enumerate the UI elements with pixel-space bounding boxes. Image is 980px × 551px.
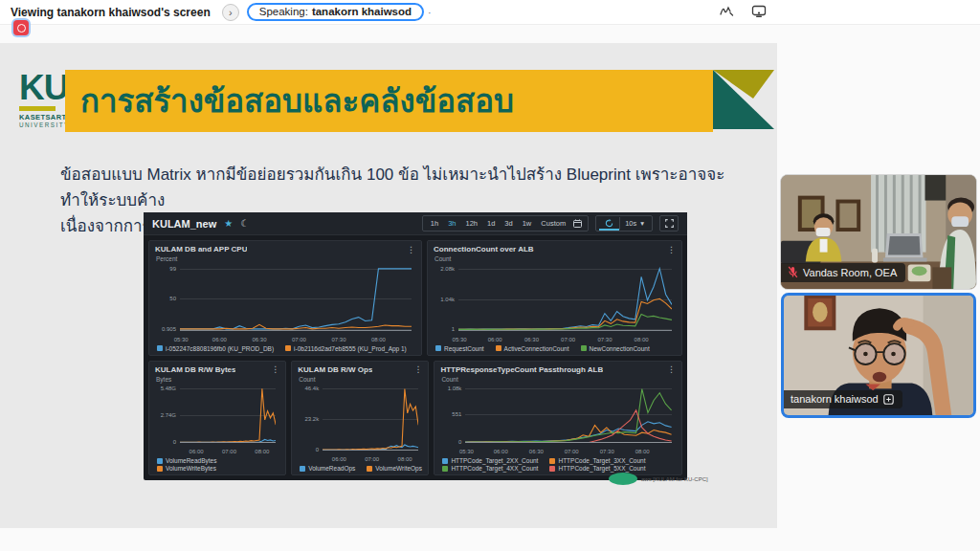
charts-grid: KULAM DB and APP CPU⋮Percent99500.90505:… <box>144 235 687 480</box>
y-tick-label: 5.48G <box>161 386 176 391</box>
x-tick-label: 06:00 <box>212 337 227 342</box>
x-tick-label: 07:00 <box>365 456 379 462</box>
mic-muted-icon <box>788 266 798 278</box>
legend-item[interactable]: i-052247c8808196fb0 (KU_PROD_DB) <box>157 345 274 352</box>
video-tile-tanakorn[interactable]: tanakorn khaiwsod <box>781 293 976 418</box>
ku-logo-letters: KU <box>19 72 70 103</box>
legend-swatch <box>549 458 555 464</box>
panel-menu-icon[interactable]: ⋮ <box>413 365 422 373</box>
legend-item[interactable]: VolumeWriteBytes <box>157 465 216 472</box>
chart-title: KULAM DB R/W Ops <box>298 365 372 374</box>
y-tick-label: 1 <box>452 326 455 332</box>
chart-legend: VolumeReadOpsVolumeWriteOps <box>298 465 422 472</box>
time-range-1w[interactable]: 1w <box>518 216 537 231</box>
x-tick-label: 06:00 <box>332 456 346 462</box>
legend-item[interactable]: NewConnectionCount <box>581 345 650 352</box>
calendar-button[interactable] <box>570 219 585 228</box>
expand-chevron-button[interactable]: › <box>222 4 239 21</box>
plot-area: 99500.905 <box>180 265 412 331</box>
x-tick-label: 06:00 <box>494 449 508 454</box>
favorite-star-icon[interactable]: ★ <box>224 218 233 229</box>
legend-item[interactable]: HTTPCode_Target_5XX_Count <box>549 465 645 472</box>
legend-item[interactable]: VolumeReadBytes <box>157 457 216 464</box>
legend-swatch <box>549 466 555 472</box>
fullscreen-button[interactable] <box>659 215 679 231</box>
time-range-1h[interactable]: 1h <box>426 216 443 231</box>
refresh-button[interactable] <box>599 216 619 231</box>
y-tick-label: 0 <box>458 439 461 445</box>
x-tick-label: 06:00 <box>189 449 204 454</box>
legend-swatch <box>157 458 163 464</box>
legend-item[interactable]: VolumeReadOps <box>300 465 355 472</box>
speaking-prefix: Speaking: <box>259 6 308 17</box>
y-axis-label: Bytes <box>156 376 279 383</box>
chart-panel-header: KULAM DB R/W Ops⋮ <box>298 365 422 374</box>
banner-flag-decoration <box>713 70 774 132</box>
dashboard-header: KULAM_new ★ ☾ 1h3h12h1d3d1wCustom <box>144 212 687 235</box>
share-screen-monitor-icon[interactable] <box>751 5 767 18</box>
x-tick-label: 08:00 <box>255 449 269 454</box>
dark-mode-moon-icon[interactable]: ☾ <box>240 218 249 229</box>
legend-item[interactable]: VolumeWriteOps <box>367 465 422 472</box>
time-range-3h[interactable]: 3h <box>443 216 460 231</box>
chart-title: KULAM DB R/W Bytes <box>155 365 235 374</box>
video-tile-vandas-room[interactable]: Vandas Room, OEA <box>780 174 977 290</box>
chart-title: ConnectionCount over ALB <box>434 245 534 253</box>
x-tick-label: 08:00 <box>371 337 386 342</box>
time-range-3d[interactable]: 3d <box>500 216 517 231</box>
time-range-group: 1h3h12h1d3d1wCustom <box>422 215 589 231</box>
legend-swatch <box>442 458 448 464</box>
panel-menu-icon[interactable]: ⋮ <box>667 246 676 253</box>
x-tick-label: 06:30 <box>252 337 266 342</box>
time-range-12h[interactable]: 12h <box>461 216 483 231</box>
time-range-list: 1h3h12h1d3d1wCustom <box>426 216 570 231</box>
chart-title: HTTPResponseTypeCount Passthrough ALB <box>440 365 603 374</box>
legend-item[interactable]: HTTPCode_Target_3XX_Count <box>549 457 645 464</box>
y-tick-label: 1.04k <box>440 297 455 302</box>
chart-panel-5: HTTPResponseTypeCount Passthrough ALB⋮Co… <box>434 361 682 476</box>
chart-legend: HTTPCode_Target_2XX_CountHTTPCode_Target… <box>440 457 676 472</box>
panel-menu-icon[interactable]: ⋮ <box>271 365 279 373</box>
x-tick-label: 07:30 <box>597 337 612 342</box>
plot-area: 5.48G2.74G0 <box>180 386 276 444</box>
x-tick-label: 05:30 <box>459 449 474 454</box>
speaking-indicator[interactable]: Speaking: tanakorn khaiwsod <box>247 3 424 21</box>
cloudwatch-dashboard: KULAM_new ★ ☾ 1h3h12h1d3d1wCustom <box>144 212 687 480</box>
refresh-interval-dropdown[interactable]: 10s ▾ <box>619 217 649 230</box>
legend-item[interactable]: HTTPCode_Target_4XX_Count <box>442 465 538 472</box>
chart-title: KULAM DB and APP CPU <box>155 245 247 253</box>
viewing-screen-label: Viewing tanakorn khaiwsod's screen <box>11 6 211 19</box>
y-axis-label: Percent <box>156 255 415 262</box>
x-tick-label: 07:00 <box>561 337 575 342</box>
slide-body-line1: ข้อสอบแบบ Matrix หากมีข้อย่อยรวมกันเกิน … <box>60 162 745 213</box>
time-range-custom[interactable]: Custom <box>536 216 570 231</box>
calendar-icon <box>573 219 582 228</box>
ku-logo-line2: UNIVERSITY <box>19 121 70 128</box>
aws-watermark: aws [KULAM for KU-CPC] <box>609 473 708 485</box>
legend-label: VolumeReadOps <box>308 465 355 472</box>
legend-item[interactable]: HTTPCode_Target_2XX_Count <box>442 457 538 464</box>
y-tick-label: 50 <box>169 296 176 301</box>
panel-menu-icon[interactable]: ⋮ <box>667 365 676 373</box>
legend-label: NewConnectionCount <box>590 345 650 352</box>
annotate-pen-icon[interactable] <box>720 5 734 18</box>
legend-item[interactable]: RequestCount <box>435 345 484 352</box>
legend-item[interactable]: i-0b2116d2ad7eb8555 (KU_Prod_App 1) <box>285 345 407 352</box>
dashboard-controls: 1h3h12h1d3d1wCustom <box>422 215 679 231</box>
y-axis-label: Count <box>299 376 422 383</box>
popout-icon[interactable] <box>883 394 894 405</box>
participant-label-tanakorn: tanakorn khaiwsod <box>784 390 902 408</box>
legend-item[interactable]: ActiveConnectionCount <box>496 345 569 352</box>
y-tick-label: 0 <box>316 447 319 452</box>
chart-panel-header: HTTPResponseTypeCount Passthrough ALB⋮ <box>440 365 676 374</box>
more-dot: · <box>428 7 432 18</box>
meeting-top-bar: Viewing tanakorn khaiwsod's screen › Spe… <box>0 0 980 25</box>
plot: 5.48G2.74G006:0007:0008:00 <box>180 384 276 455</box>
legend-swatch <box>581 345 587 351</box>
recording-indicator-button[interactable] <box>13 20 29 35</box>
time-range-1d[interactable]: 1d <box>482 216 500 231</box>
series-line <box>180 269 412 329</box>
chart-panel-2: ConnectionCount over ALB⋮Count2.08k1.04k… <box>427 240 682 356</box>
legend-label: VolumeWriteOps <box>375 465 422 472</box>
panel-menu-icon[interactable]: ⋮ <box>407 246 415 253</box>
